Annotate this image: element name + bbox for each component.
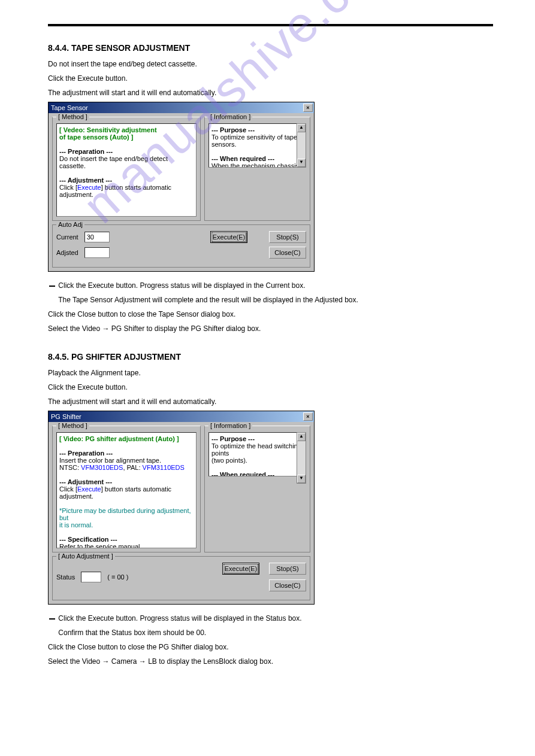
stop-button[interactable]: Stop(S) bbox=[269, 231, 306, 243]
between2-b: Confirm that the Status box item should … bbox=[48, 627, 493, 638]
info-legend: [ Information ] bbox=[208, 113, 252, 120]
section-heading-2: 8.4.5. PG SHIFTER ADJUSTMENT bbox=[48, 352, 493, 362]
close-icon[interactable]: × bbox=[303, 412, 313, 421]
section2-para2: Click the Execute button. bbox=[48, 382, 493, 393]
tape-sensor-dialog: Tape Sensor × [ Method ] [ Vedeo: Sensit… bbox=[48, 102, 315, 272]
scroll-down-icon[interactable]: ▼ bbox=[297, 159, 306, 167]
page-content: 8.4.4. TAPE SENSOR ADJUSTMENT Do not ins… bbox=[0, 0, 535, 694]
dash-icon bbox=[49, 286, 55, 287]
section2-para1: Playback the Alignment tape. bbox=[48, 368, 493, 378]
auto-adj-legend: Auto Adj bbox=[56, 221, 84, 228]
method-legend: [ Method ] bbox=[56, 422, 89, 429]
between1-b: The Tape Sensor Adjustment will complete… bbox=[48, 294, 493, 305]
method-group: [ Method ] [ Video: PG shifter adjustmen… bbox=[52, 426, 201, 552]
info-scrollbar[interactable]: ▲ ▼ bbox=[297, 123, 306, 168]
auto-adj-group: Auto Adj Current Execute(E) Stop(S) Adjs… bbox=[52, 224, 310, 268]
current-input[interactable] bbox=[84, 232, 110, 242]
information-group: [ Information ] --- Purpose --- To optim… bbox=[204, 117, 310, 221]
info-text: --- Purpose --- To optimize the head swi… bbox=[208, 432, 306, 476]
adjsted-label: Adjsted bbox=[56, 249, 78, 256]
execute-button[interactable]: Execute(E) bbox=[222, 563, 259, 575]
scroll-up-icon[interactable]: ▲ bbox=[297, 433, 306, 441]
method-text: [ Vedeo: Sensitivity adjustment of tape … bbox=[56, 123, 197, 217]
info-scrollbar[interactable]: ▲ ▼ bbox=[297, 432, 306, 484]
status-suffix: ( = 00 ) bbox=[107, 573, 128, 581]
status-input[interactable] bbox=[81, 572, 101, 582]
between1-c: Click the Close button to close the Tape… bbox=[48, 309, 493, 320]
adjsted-input[interactable] bbox=[84, 247, 110, 258]
dash-icon bbox=[49, 618, 55, 620]
auto-adjustment-group: [ Auto Adjustment ] Status ( = 00 ) Exec… bbox=[52, 556, 310, 600]
titlebar[interactable]: Tape Sensor × bbox=[49, 102, 314, 113]
section1-para2: Click the Execute button. bbox=[48, 73, 493, 84]
information-group: [ Information ] --- Purpose --- To optim… bbox=[204, 426, 310, 552]
horizontal-rule bbox=[48, 24, 493, 26]
pg-shifter-dialog: PG Shifter × [ Method ] [ Video: PG shif… bbox=[48, 411, 315, 605]
method-group: [ Method ] [ Vedeo: Sensitivity adjustme… bbox=[52, 117, 201, 221]
info-text: --- Purpose --- To optimize sensitivity … bbox=[208, 123, 306, 168]
execute-button[interactable]: Execute(E) bbox=[210, 231, 247, 243]
status-label: Status bbox=[56, 573, 75, 581]
between1-a: Click the Execute button. Progress statu… bbox=[48, 280, 493, 291]
scroll-down-icon[interactable]: ▼ bbox=[297, 475, 306, 483]
section2-para3: The adjustment will start and it will en… bbox=[48, 396, 493, 407]
close-button[interactable]: Close(C) bbox=[269, 579, 306, 591]
dialog-title: PG Shifter bbox=[51, 413, 303, 420]
between2-d: Select the Video → Camera → LB to displa… bbox=[48, 656, 493, 667]
stop-button[interactable]: Stop(S) bbox=[269, 563, 306, 575]
info-legend: [ Information ] bbox=[208, 422, 252, 429]
close-button[interactable]: Close(C) bbox=[269, 247, 306, 259]
section-heading-1: 8.4.4. TAPE SENSOR ADJUSTMENT bbox=[48, 43, 493, 53]
section1-para3: The adjustment will start and it will en… bbox=[48, 87, 493, 98]
dialog-title: Tape Sensor bbox=[51, 104, 303, 111]
scroll-up-icon[interactable]: ▲ bbox=[297, 124, 306, 132]
current-label: Current bbox=[56, 233, 78, 241]
close-icon[interactable]: × bbox=[303, 104, 313, 112]
titlebar[interactable]: PG Shifter × bbox=[49, 411, 314, 422]
between2-a: Click the Execute button. Progress statu… bbox=[48, 613, 493, 624]
method-text: [ Video: PG shifter adjustment (Auto) ] … bbox=[56, 432, 197, 548]
between2-c: Click the Close button to close the PG S… bbox=[48, 642, 493, 652]
between1-d: Select the Video → PG Shifter to display… bbox=[48, 323, 493, 334]
section1-para1: Do not insert the tape end/beg detect ca… bbox=[48, 59, 493, 69]
auto-adjustment-legend: [ Auto Adjustment ] bbox=[56, 552, 115, 560]
method-legend: [ Method ] bbox=[56, 113, 89, 120]
